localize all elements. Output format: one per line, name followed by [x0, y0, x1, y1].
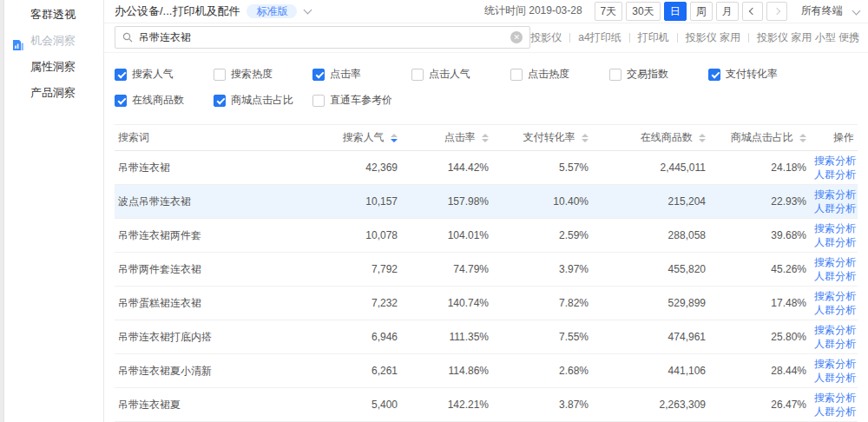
hot-word-link[interactable]: 投影仪 家用 小型 便携 [757, 30, 859, 45]
search-analysis-link[interactable]: 搜索分析 [813, 188, 856, 201]
checkbox-icon [214, 69, 226, 81]
table-row: 吊带两件套连衣裙 7,792 74.79% 3.97% 455,820 45.2… [115, 253, 858, 287]
col-header-click-rate[interactable]: 点击率 [401, 125, 492, 151]
date-button-week[interactable]: 周 [690, 2, 713, 21]
sort-icon[interactable] [799, 134, 806, 142]
crowd-analysis-link[interactable]: 人群分析 [813, 201, 856, 215]
keyword-cell: 吊带连衣裙夏小清新 [115, 354, 306, 388]
table-row: 吊带连衣裙两件套 10,078 104.01% 2.59% 288,058 39… [115, 219, 858, 253]
table-row: 吊带连衣裙打底内搭 6,946 111.35% 7.55% 474,961 25… [115, 320, 858, 354]
hot-word-link[interactable]: 投影仪 [530, 30, 562, 45]
crowd-analysis-link[interactable]: 人群分析 [813, 269, 856, 283]
version-badge[interactable]: 标准版 [247, 4, 297, 18]
col-header-search-popularity[interactable]: 搜索人气 [306, 125, 401, 151]
table-row: 吊带连衣裙夏 5,400 142.21% 3.87% 2,263,309 26.… [115, 388, 858, 422]
keyword-cell: 吊带连衣裙夏 [115, 388, 306, 422]
chevron-right-icon [773, 8, 779, 15]
main-content: 办公设备/...打印机及配件 标准版 统计时间 2019-03-28 7天 30… [104, 0, 868, 422]
crowd-analysis-link[interactable]: 人群分析 [813, 235, 856, 249]
keyword-cell: 吊带两件套连衣裙 [115, 253, 306, 287]
divider [629, 33, 630, 43]
search-analysis-link[interactable]: 搜索分析 [813, 391, 856, 405]
crowd-analysis-link[interactable]: 人群分析 [813, 371, 856, 385]
keyword-cell: 吊带连衣裙打底内搭 [115, 320, 306, 354]
date-button-month[interactable]: 月 [716, 2, 739, 21]
checkbox-click-rate[interactable]: 点击率 [312, 67, 411, 82]
topbar: 办公设备/...打印机及配件 标准版 统计时间 2019-03-28 7天 30… [104, 0, 868, 23]
checkbox-pay-conversion[interactable]: 支付转化率 [708, 67, 807, 82]
checkbox-transaction-index[interactable]: 交易指数 [609, 67, 708, 82]
crowd-analysis-link[interactable]: 人群分析 [813, 168, 856, 181]
hot-word-link[interactable]: a4打印纸 [578, 30, 621, 45]
checkbox-icon [115, 69, 127, 81]
search-analysis-link[interactable]: 搜索分析 [813, 154, 856, 168]
sort-icon[interactable] [582, 134, 589, 142]
document-chart-icon [12, 35, 24, 47]
table-row-highlighted: 波点吊带连衣裙 10,157 157.98% 10.40% 215,204 22… [115, 185, 858, 219]
checkbox-online-products[interactable]: 在线商品数 [115, 93, 214, 108]
search-row: 吊带连衣裙 ✕ 投影仪 a4打印纸 打印机 投影仪 家用 投影仪 家用 小型 便… [104, 23, 868, 53]
clear-search-icon[interactable]: ✕ [510, 31, 523, 43]
checkbox-ztc-ref-price[interactable]: 直通车参考价 [312, 93, 411, 108]
checkbox-icon [411, 69, 424, 81]
chevron-down-icon[interactable] [304, 5, 312, 14]
checkbox-icon [510, 69, 523, 81]
breadcrumb: 办公设备/...打印机及配件 [115, 3, 240, 19]
col-header-mall-click-share[interactable]: 商城点击占比 [709, 125, 810, 151]
next-date-button[interactable] [766, 2, 787, 21]
checkbox-search-popularity[interactable]: 搜索人气 [115, 67, 214, 82]
search-icon [122, 32, 133, 43]
col-header-operation: 操作 [810, 125, 858, 151]
table-header-row: 搜索词 搜索人气 点击率 支付转化率 [115, 125, 858, 151]
search-analysis-link[interactable]: 搜索分析 [813, 323, 856, 337]
terminal-selector[interactable]: 所有终端 [801, 3, 859, 18]
search-input[interactable]: 吊带连衣裙 ✕ [115, 26, 530, 49]
col-header-pay-conversion[interactable]: 支付转化率 [492, 125, 592, 151]
crowd-analysis-link[interactable]: 人群分析 [813, 303, 856, 317]
sort-icon[interactable] [391, 134, 398, 142]
checkbox-click-popularity[interactable]: 点击人气 [411, 67, 510, 82]
date-button-30d[interactable]: 30天 [626, 2, 660, 21]
checkbox-icon [708, 69, 720, 81]
table-row: 吊带连衣裙夏小清新 6,261 114.86% 2.68% 441,106 28… [115, 354, 858, 388]
divider [569, 33, 570, 43]
sidebar-item-attribute-insight[interactable]: 属性洞察 [4, 54, 103, 80]
crowd-analysis-link[interactable]: 人群分析 [813, 337, 856, 351]
date-range-button-group: 7天 30天 日 周 月 [595, 2, 787, 21]
checkbox-icon [609, 69, 621, 81]
search-analysis-link[interactable]: 搜索分析 [813, 357, 856, 371]
hot-words-list: 投影仪 a4打印纸 打印机 投影仪 家用 投影仪 家用 小型 便携 [530, 30, 859, 45]
search-analysis-link[interactable]: 搜索分析 [813, 255, 856, 269]
prev-date-button[interactable] [742, 2, 763, 21]
sidebar-item-product-insight[interactable]: 产品洞察 [4, 80, 103, 106]
checkbox-mall-click-share[interactable]: 商城点击占比 [214, 93, 312, 108]
sidebar-item-opportunity-insight[interactable]: 机会洞察 [4, 28, 103, 54]
sort-icon[interactable] [699, 134, 706, 142]
checkbox-click-heat[interactable]: 点击热度 [510, 67, 609, 82]
date-button-7d[interactable]: 7天 [595, 2, 623, 21]
divider [748, 33, 749, 43]
hot-word-link[interactable]: 投影仪 家用 [686, 30, 740, 45]
stat-time-label: 统计时间 2019-03-28 [484, 3, 582, 18]
search-analysis-link[interactable]: 搜索分析 [813, 221, 856, 235]
crowd-analysis-link[interactable]: 人群分析 [813, 405, 856, 419]
metric-filters: 搜索人气 搜索热度 点击率 点击人气 点击热度 交易指数 [104, 53, 868, 124]
table-row: 吊带蛋糕裙连衣裙 7,232 140.74% 7.82% 529,899 17.… [115, 287, 858, 320]
keyword-cell: 波点吊带连衣裙 [115, 185, 306, 219]
filter-row-1: 搜索人气 搜索热度 点击率 点击人气 点击热度 交易指数 [115, 67, 858, 82]
sidebar-item-customer-insight[interactable]: 客群透视 [4, 2, 103, 28]
date-button-day[interactable]: 日 [664, 2, 687, 21]
hot-word-link[interactable]: 打印机 [638, 30, 669, 45]
sidebar: 客群透视 机会洞察 属性洞察 产品洞察 [4, 0, 104, 422]
keyword-cell: 吊带连衣裙 [115, 151, 306, 185]
checkbox-icon [312, 95, 325, 107]
checkbox-icon [312, 69, 325, 81]
col-header-online-products[interactable]: 在线商品数 [592, 125, 709, 151]
sort-icon[interactable] [482, 134, 489, 142]
checkbox-icon [115, 95, 127, 107]
search-analysis-link[interactable]: 搜索分析 [813, 289, 856, 303]
checkbox-icon [214, 95, 226, 107]
keyword-table: 搜索词 搜索人气 点击率 支付转化率 [104, 124, 868, 422]
keyword-cell: 吊带蛋糕裙连衣裙 [115, 287, 306, 320]
checkbox-search-heat[interactable]: 搜索热度 [214, 67, 312, 82]
